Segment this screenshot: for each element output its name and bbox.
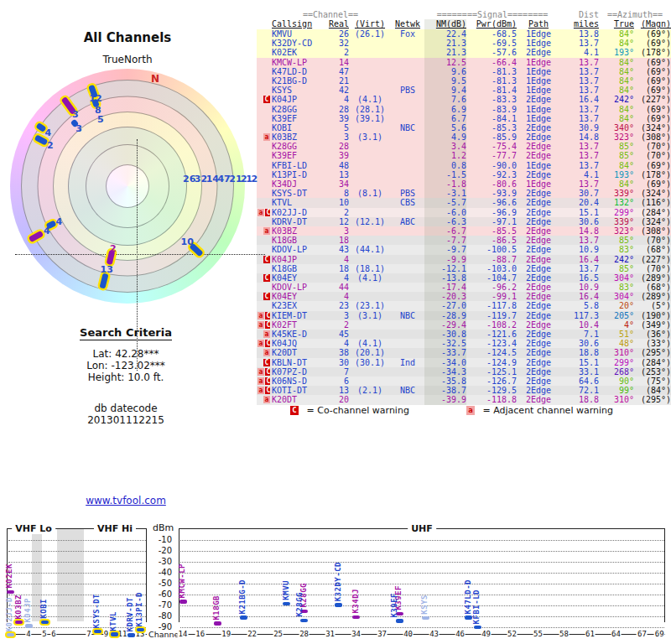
pwr-dbm-cell: -75.4 (466, 142, 517, 151)
signal-callsign-label: K02EK (5, 564, 13, 589)
tvfool-link[interactable]: www.tvfool.com (86, 495, 166, 506)
signal-callsign-label: KMCW-LP (178, 564, 186, 598)
azimuth-magn-cell: (289°) (634, 273, 671, 283)
azimuth-true-cell: 310° (599, 395, 634, 404)
azimuth-true-cell: 84° (599, 114, 634, 123)
channel-tick-label: 61 (585, 630, 596, 638)
azimuth-true-cell: 268° (599, 367, 634, 377)
polar-marker-label: 4 (45, 127, 52, 138)
gridline (180, 551, 664, 552)
virtual-channel-cell: (8.1) (349, 189, 391, 198)
path-cell: 1Edge (517, 114, 560, 123)
azimuth-magn-cell: (68°) (634, 245, 671, 254)
signal-callsign-label: KDRV-DT (126, 597, 134, 631)
azimuth-true-cell: 242° (599, 95, 634, 104)
real-channel-cell: 3 (327, 226, 349, 236)
nm-db-cell: 12.5 (424, 58, 466, 67)
pwr-dbm-cell: -118.8 (466, 395, 517, 404)
channel-tick-label: 5 (41, 630, 47, 638)
real-channel-cell: 18 (327, 264, 349, 273)
pwr-dbm-cell: -117.8 (466, 301, 517, 310)
path-cell: 1Edge (517, 179, 560, 189)
callsign-cell: K04JP (270, 255, 327, 264)
azimuth-magn-cell: (36°) (634, 330, 671, 339)
warn-cell: aC (257, 339, 270, 348)
virtual-channel-cell (349, 292, 391, 301)
warn-cell: aC (257, 367, 270, 377)
azimuth-true-cell: 90° (599, 377, 634, 386)
distance-cell: 13.7 (560, 76, 599, 86)
path-cell: 2Edge (517, 198, 560, 207)
dbm-tick-label: -30 (150, 557, 172, 566)
col-netwk: Netwk (391, 19, 424, 29)
path-cell: 1Edge (517, 105, 560, 114)
azimuth-magn-cell: (33°) (634, 339, 671, 348)
warn-cell (257, 105, 270, 114)
path-cell: 1Edge (517, 76, 560, 86)
cluster-channel-label: 32 (195, 174, 207, 184)
callsign-cell: K03BZ (270, 226, 327, 236)
table-row: K13PI-D13-1.5-92.32Edge4.1193°(178°) (257, 170, 671, 179)
warn-cell (257, 189, 270, 198)
azimuth-true-cell: 85° (599, 264, 634, 273)
table-row: K23EX23(23.1)-27.0-117.82Edge5.820°(5°) (257, 301, 671, 310)
channel-tick-label: 40 (403, 630, 414, 638)
co-channel-badge: C (263, 274, 270, 282)
tvfool-link-wrap: www.tvfool.com (34, 495, 218, 506)
virtual-channel-cell (349, 283, 391, 292)
virtual-channel-cell (349, 170, 391, 179)
co-channel-text: = Co-channel warning (307, 405, 409, 416)
nm-db-cell: -3.1 (424, 189, 466, 198)
col-true: True (599, 19, 634, 29)
pwr-dbm-cell: -90.0 (466, 161, 517, 170)
network-cell: NBC (391, 386, 424, 395)
pwr-dbm-cell: -86.5 (466, 236, 517, 245)
east-channel-cluster: 2632144721212 (183, 174, 257, 184)
signal-bar (283, 602, 290, 606)
path-cell: 2Edge (517, 348, 560, 357)
channel-tick-label: 58 (559, 630, 570, 638)
callsign-cell: K20DT (270, 395, 327, 404)
azimuth-magn-cell: (69°) (634, 76, 671, 86)
table-row: aK20DT20-39.9-118.82Edge18.8310°(295°) (257, 395, 671, 404)
warn-cell (257, 76, 270, 86)
warn-cell (257, 283, 270, 292)
path-cell: 2Edge (517, 189, 560, 198)
table-row: K21BG-D219.5-81.31Edge13.784°(69°) (257, 76, 671, 86)
network-cell (391, 292, 424, 301)
azimuth-magn-cell: (295°) (634, 348, 671, 357)
table-row: CKBLN-DT30(30.1)Ind-34.0-124.92Edge15.12… (257, 358, 671, 367)
polar-marker-label: 4 (44, 226, 50, 236)
distance-cell: 72.1 (560, 386, 599, 395)
adjacent-channel-legend: a = Adjacent channel warning (466, 404, 613, 416)
azimuth-magn-cell: (289°) (634, 292, 671, 301)
callsign-cell: KMVU (270, 29, 327, 39)
real-channel-cell: 39 (327, 114, 349, 123)
nm-db-cell: 21.3 (424, 48, 466, 57)
network-cell: PBS (391, 86, 424, 95)
channel-tick-label: 52 (507, 630, 518, 638)
virtual-channel-cell (349, 236, 391, 245)
group-header-azimuth: ==Azimuth== (599, 10, 671, 19)
table-row: K18GB18(18.1)-12.1-103.02Edge13.785°(70°… (257, 264, 671, 273)
callsign-cell: K04EY (270, 273, 327, 283)
network-cell (391, 339, 424, 348)
distance-cell: 15.1 (560, 358, 599, 367)
network-cell: NBC (391, 311, 424, 320)
network-cell (391, 67, 424, 76)
col-real: Real (327, 19, 349, 29)
nm-db-cell: -27.0 (424, 301, 466, 310)
height-label: Height: (88, 371, 125, 383)
signal-callsign-label: K34DJ (351, 589, 360, 614)
dbm-tick-label: -50 (150, 579, 172, 588)
real-channel-cell: 34 (327, 179, 349, 189)
channel-tick-label: 34 (351, 630, 362, 638)
path-cell: 1Edge (517, 161, 560, 170)
adjacent-channel-badge: a (263, 396, 270, 403)
distance-cell: 30.6 (560, 339, 599, 348)
azimuth-true-cell: 299° (599, 208, 634, 217)
distance-cell: 5.8 (560, 301, 599, 310)
warn-cell: a (257, 226, 270, 236)
table-row: CK04EY4(4.1)-13.8-104.72Edge16.5304°(289… (257, 273, 671, 283)
band-signal-chart: VHF Lo VHF Hi UHF dBm Channel -10-20-30-… (0, 516, 671, 644)
